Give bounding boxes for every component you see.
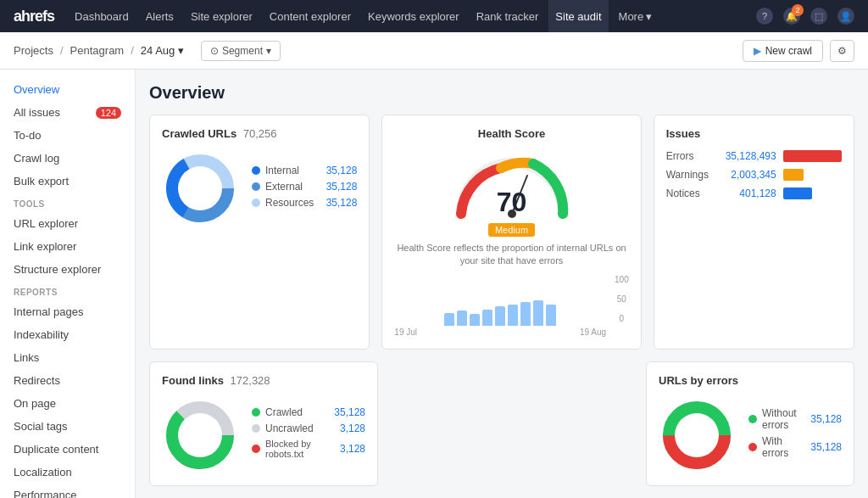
sidebar-item-url-explorer[interactable]: URL explorer xyxy=(0,212,135,235)
segment-button[interactable]: ⊙ Segment ▾ xyxy=(201,41,281,61)
page-title: Overview xyxy=(149,83,854,103)
top-cards-row: Crawled URLs 70,256 xyxy=(149,115,854,350)
found-links-title: Found links 172,328 xyxy=(162,374,365,387)
nav-keywords-explorer[interactable]: Keywords explorer xyxy=(361,0,466,32)
legend-internal: Internal 35,128 xyxy=(252,165,357,176)
axis-max: 100 xyxy=(615,275,629,284)
notifications-icon[interactable]: 🔔 2 xyxy=(783,8,800,25)
breadcrumb-bar: Projects / Pentagram / 24 Aug ▾ ⊙ Segmen… xyxy=(0,32,868,70)
main-content: Overview Crawled URLs 70,256 xyxy=(136,70,868,498)
nav-more[interactable]: More ▾ xyxy=(612,0,659,32)
breadcrumb-date[interactable]: 24 Aug ▾ xyxy=(141,44,184,57)
tools-section-header: TOOLS xyxy=(0,193,135,212)
sidebar-item-structure-explorer[interactable]: Structure explorer xyxy=(0,258,135,281)
issues-card: Issues Errors 35,128,493 Warnings 2,003,… xyxy=(654,115,854,350)
urls-errors-title: URLs by errors xyxy=(659,374,842,387)
issue-row-warnings: Warnings 2,003,345 xyxy=(666,169,842,181)
legend-external: External 35,128 xyxy=(252,181,357,193)
reports-section-header: REPORTS xyxy=(0,281,135,300)
screen-icon[interactable]: ⬚ xyxy=(810,8,827,25)
breadcrumb-sep-1: / xyxy=(60,44,64,57)
notice-bar-wrap xyxy=(783,187,842,199)
crawled-dot xyxy=(252,408,260,417)
health-bar-4 xyxy=(482,310,492,326)
health-label: Medium xyxy=(488,223,535,237)
sidebar-item-internal-pages[interactable]: Internal pages xyxy=(0,300,135,323)
health-bar-5 xyxy=(495,306,505,326)
sidebar-item-todo[interactable]: To-do xyxy=(0,124,135,147)
notice-bar xyxy=(783,187,813,199)
nav-site-audit[interactable]: Site audit xyxy=(548,0,608,32)
issues-title: Issues xyxy=(666,127,842,140)
legend-crawled: Crawled 35,128 xyxy=(252,406,365,418)
sidebar-item-link-explorer[interactable]: Link explorer xyxy=(0,235,135,258)
top-navigation: ahrefs Dashboard Alerts Site explorer Co… xyxy=(0,0,868,32)
notification-count: 2 xyxy=(792,4,804,16)
sidebar-item-redirects[interactable]: Redirects xyxy=(0,369,135,392)
settings-button[interactable]: ⚙ xyxy=(830,40,854,62)
sidebar-item-overview[interactable]: Overview xyxy=(0,78,135,101)
warning-bar xyxy=(783,169,804,181)
sidebar-item-links[interactable]: Links xyxy=(0,346,135,369)
health-bar-6 xyxy=(508,305,518,326)
help-icon[interactable]: ? xyxy=(756,8,773,25)
crawled-urls-donut xyxy=(162,150,238,227)
health-bar-7 xyxy=(520,302,531,326)
resources-dot xyxy=(252,199,260,207)
issue-row-errors: Errors 35,128,493 xyxy=(666,150,842,162)
blocked-dot xyxy=(252,445,260,453)
legend-uncrawled: Uncrawled 3,128 xyxy=(252,422,365,434)
crawled-urls-legend: Internal 35,128 External 35,128 Resource… xyxy=(252,165,357,213)
spacer xyxy=(390,361,634,486)
ahrefs-logo[interactable]: ahrefs xyxy=(14,8,54,25)
nav-rank-tracker[interactable]: Rank tracker xyxy=(470,0,546,32)
sidebar-item-social-tags[interactable]: Social tags xyxy=(0,415,135,438)
segment-icon: ⊙ xyxy=(210,45,219,57)
crawled-urls-count: 70,256 xyxy=(243,127,277,140)
sidebar-item-bulk-export[interactable]: Bulk export xyxy=(0,170,135,193)
all-issues-badge: 124 xyxy=(96,107,121,119)
sidebar-item-localization[interactable]: Localization xyxy=(0,461,135,484)
issue-row-notices: Notices 401,128 xyxy=(666,187,842,199)
sidebar-item-on-page[interactable]: On page xyxy=(0,392,135,415)
sidebar: Overview All issues 124 To-do Crawl log … xyxy=(0,70,136,498)
uncrawled-dot xyxy=(252,424,260,433)
svg-point-12 xyxy=(675,413,719,457)
play-icon: ▶ xyxy=(754,45,761,57)
legend-without-errors: Without errors 35,128 xyxy=(748,407,842,431)
new-crawl-button[interactable]: ▶ New crawl xyxy=(743,40,823,62)
crawled-urls-title: Crawled URLs 70,256 xyxy=(162,127,357,140)
nav-content-explorer[interactable]: Content explorer xyxy=(263,0,358,32)
with-errors-dot xyxy=(748,443,757,451)
health-score-title: Health Score xyxy=(394,127,628,140)
error-bar xyxy=(783,150,842,162)
found-links-count: 172,328 xyxy=(231,374,270,387)
main-layout: Overview All issues 124 To-do Crawl log … xyxy=(0,70,868,498)
svg-point-3 xyxy=(178,166,222,210)
health-bar-1 xyxy=(444,313,454,326)
found-links-legend: Crawled 35,128 Uncrawled 3,128 Blocked b… xyxy=(252,406,365,463)
sidebar-item-crawl-log[interactable]: Crawl log xyxy=(0,147,135,170)
urls-by-errors-card: URLs by errors Without errors 3 xyxy=(646,361,854,486)
sidebar-item-duplicate-content[interactable]: Duplicate content xyxy=(0,438,135,461)
sidebar-item-all-issues[interactable]: All issues 124 xyxy=(0,101,135,124)
legend-resources: Resources 35,128 xyxy=(252,197,357,209)
axis-min: 0 xyxy=(615,314,629,323)
nav-site-explorer[interactable]: Site explorer xyxy=(184,0,259,32)
sidebar-item-indexability[interactable]: Indexability xyxy=(0,323,135,346)
health-trend-bars xyxy=(394,283,606,326)
external-dot xyxy=(252,182,260,191)
legend-blocked: Blocked by robots.txt 3,128 xyxy=(252,439,365,459)
health-bar-2 xyxy=(457,311,467,326)
urls-errors-legend: Without errors 35,128 With errors 35,128 xyxy=(748,407,842,463)
breadcrumb-projects[interactable]: Projects xyxy=(14,44,53,57)
nav-alerts[interactable]: Alerts xyxy=(139,0,181,32)
breadcrumb-site[interactable]: Pentagram xyxy=(70,44,125,57)
chevron-down-icon: ▾ xyxy=(646,10,652,23)
sidebar-item-performance[interactable]: Performance xyxy=(0,484,135,498)
nav-dashboard[interactable]: Dashboard xyxy=(68,0,136,32)
svg-point-9 xyxy=(178,413,222,457)
crawled-urls-card: Crawled URLs 70,256 xyxy=(149,115,370,350)
health-axis: 19 Jul 19 Aug xyxy=(394,327,606,337)
user-avatar[interactable]: 👤 xyxy=(837,8,854,25)
